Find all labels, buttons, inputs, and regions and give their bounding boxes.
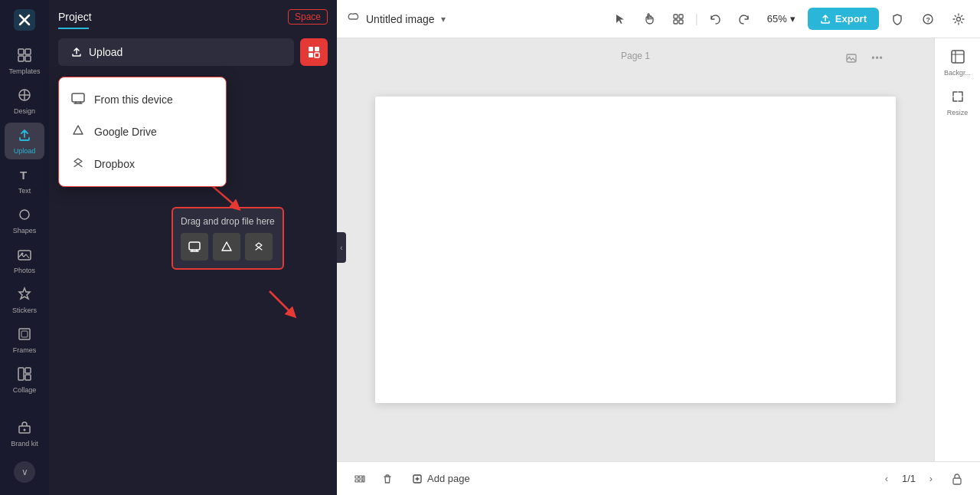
zoom-selector[interactable]: 65% ▾ (761, 10, 802, 28)
sidebar-item-frames[interactable]: Frames (5, 322, 44, 359)
add-page-btn[interactable]: Add page (404, 470, 478, 487)
drop-zone: Drag and drop file here (172, 207, 284, 270)
canvas-top-right: ••• (841, 48, 888, 69)
svg-rect-12 (19, 329, 30, 339)
svg-rect-41 (953, 478, 961, 484)
dropdown-item-device[interactable]: From this device (59, 84, 226, 116)
design-icon (17, 87, 32, 105)
sidebar-item-brand[interactable]: Brand kit (5, 415, 44, 452)
svg-rect-38 (359, 480, 362, 482)
sidebar-item-collage[interactable]: Collage (5, 362, 44, 398)
hand-tool-btn[interactable] (637, 7, 662, 31)
svg-text:?: ? (926, 16, 931, 24)
right-panel: Backgr... Resize (934, 38, 980, 461)
svg-rect-6 (25, 56, 31, 61)
cloud-icon (346, 11, 360, 28)
svg-point-31 (957, 17, 961, 21)
space-badge[interactable]: Space (288, 9, 328, 25)
dropdown-item-dropbox[interactable]: Dropbox (59, 148, 226, 180)
canvas-image-icon[interactable] (841, 48, 862, 69)
resize-icon (950, 89, 965, 107)
sidebar-item-label: Text (18, 187, 31, 195)
sidebar-item-design[interactable]: Design (5, 83, 44, 120)
cursor-tool-btn[interactable] (608, 7, 632, 31)
annotation-arrow-2 (262, 284, 300, 322)
frames-icon (17, 326, 32, 344)
svg-rect-3 (18, 49, 24, 54)
svg-rect-39 (363, 476, 364, 482)
sidebar-item-photos[interactable]: Photos (5, 242, 44, 279)
prev-page-btn[interactable]: ‹ (877, 470, 896, 488)
panel-title: Project (58, 11, 282, 23)
sidebar-item-templates[interactable]: Templates (5, 43, 44, 80)
sidebar-item-label: Stickers (12, 307, 37, 314)
svg-rect-37 (359, 476, 362, 478)
sidebar-item-stickers[interactable]: Stickers (5, 282, 44, 319)
svg-rect-4 (25, 49, 31, 54)
export-label: Export (835, 13, 867, 25)
upload-dropdown: From this device Google Drive Dropbox (58, 77, 227, 187)
svg-rect-26 (679, 15, 683, 18)
sidebar-item-text[interactable]: T Text (5, 162, 44, 199)
upload-button[interactable]: Upload (58, 38, 294, 66)
divider: | (695, 12, 698, 26)
add-page-label: Add page (427, 473, 470, 484)
dropdown-item-label: Dropbox (94, 158, 135, 170)
canvas-more-btn[interactable]: ••• (867, 48, 888, 69)
zoom-chevron-icon: ▾ (790, 13, 795, 25)
dropbox-icon (71, 156, 85, 172)
dropdown-item-label: Google Drive (94, 126, 157, 138)
drop-zone-gdrive-btn[interactable] (213, 233, 240, 261)
help-btn[interactable]: ? (916, 7, 940, 31)
sidebar-item-label: Collage (13, 386, 37, 394)
topbar-right: Export ? (808, 7, 971, 31)
stickers-icon (17, 287, 32, 304)
next-page-btn[interactable]: › (922, 470, 940, 488)
sidebar: Templates Design Upload T Text Shapes Ph… (0, 0, 49, 495)
undo-btn[interactable] (703, 7, 727, 31)
sidebar-item-shapes[interactable]: Shapes (5, 202, 44, 239)
svg-rect-24 (189, 242, 200, 250)
drop-zone-icons (181, 233, 275, 261)
document-title: Untitled image (366, 13, 435, 25)
svg-rect-20 (315, 47, 319, 51)
shield-btn[interactable] (885, 7, 910, 31)
redo-btn[interactable] (732, 7, 756, 31)
drop-zone-dropbox-btn[interactable] (245, 233, 273, 261)
layout-tool-btn[interactable] (666, 7, 691, 31)
drop-zone-device-btn[interactable] (181, 233, 208, 261)
rp-background[interactable]: Backgr... (938, 44, 978, 81)
brand-icon (17, 420, 32, 438)
view-toggle-button[interactable] (300, 38, 328, 66)
dropdown-item-label: From this device (94, 93, 173, 106)
sidebar-item-label: Design (14, 107, 35, 115)
svg-rect-16 (25, 375, 31, 380)
page-label: Page 1 (621, 51, 650, 61)
sidebar-item-label: Photos (14, 267, 35, 274)
canvas-row: Page 1 ••• Backgr... (337, 38, 980, 461)
svg-rect-36 (355, 480, 358, 482)
settings-btn[interactable] (946, 7, 971, 31)
svg-rect-15 (25, 368, 31, 373)
page-total: 1 (910, 473, 916, 484)
panel-header: Project Space (49, 0, 337, 25)
bb-grid-btn[interactable] (349, 468, 371, 490)
bb-delete-btn[interactable] (377, 468, 398, 490)
title-chevron-icon[interactable]: ▾ (441, 14, 446, 25)
rp-resize[interactable]: Resize (938, 84, 978, 121)
canvas-viewport: Page 1 ••• (337, 38, 934, 461)
panel-collapse-handle[interactable]: ‹ (337, 232, 346, 263)
svg-rect-27 (674, 20, 678, 24)
svg-rect-21 (309, 53, 313, 57)
export-button[interactable]: Export (808, 8, 879, 30)
topbar-tools: | 65% ▾ (608, 7, 802, 31)
app-logo[interactable] (11, 6, 38, 34)
svg-point-9 (20, 210, 29, 219)
sidebar-item-label: Upload (14, 147, 36, 155)
dropdown-item-gdrive[interactable]: Google Drive (59, 116, 226, 148)
sidebar-collapse-btn[interactable]: ∨ (14, 461, 35, 483)
sidebar-item-label: Brand kit (11, 440, 38, 447)
sidebar-item-upload[interactable]: Upload (5, 123, 44, 159)
text-icon: T (17, 167, 32, 185)
lock-btn[interactable] (946, 468, 968, 490)
